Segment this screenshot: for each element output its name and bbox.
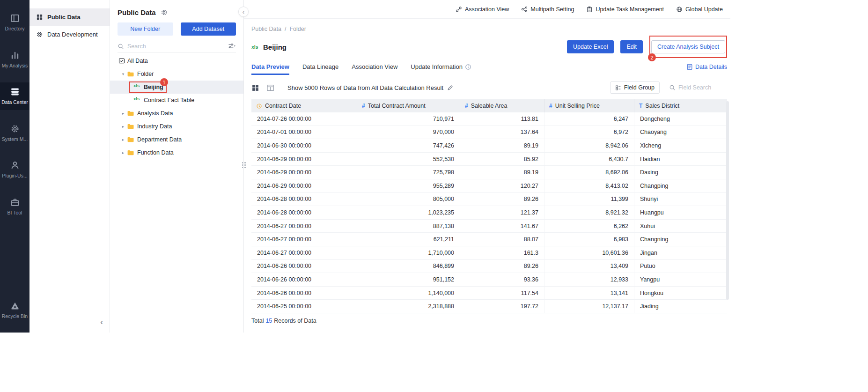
tab-association-view[interactable]: Association View	[352, 59, 397, 75]
panel-settings-gear-icon[interactable]	[161, 9, 168, 16]
field-group-label: Field Group	[624, 84, 655, 91]
rail-item-directory[interactable]: Directory	[0, 9, 29, 37]
table-cell: 887,138	[357, 220, 460, 233]
rail-item-my-analysis[interactable]: My Analysis	[0, 46, 29, 74]
table-cell: 93.36	[460, 273, 544, 286]
global-update-icon	[676, 6, 683, 13]
create-analysis-subject-button[interactable]: Create Analysis Subject	[651, 40, 725, 53]
data-development-icon	[36, 31, 43, 38]
table-cell: 1,023,235	[357, 206, 460, 219]
tree-item-industry-data[interactable]: ►Industry Data	[110, 120, 243, 133]
tree-item-label: Beijing	[144, 84, 163, 90]
breadcrumb-folder[interactable]: Folder	[289, 26, 306, 32]
tree-item-function-data[interactable]: ►Function Data	[110, 146, 243, 159]
rail-item-recycle-bin[interactable]: Recycle Bin	[0, 296, 29, 324]
number-type-icon: #	[362, 103, 365, 109]
table-cell: Yangpu	[634, 273, 727, 286]
panel-title: Public Data	[118, 8, 156, 16]
caret-down-icon[interactable]: ▼	[119, 72, 127, 76]
table-cell: 710,971	[357, 112, 460, 126]
column-header-saleable-area[interactable]: #Saleable Area	[460, 99, 544, 112]
caret-right-icon[interactable]: ►	[119, 125, 127, 129]
tree-item-beijing[interactable]: xlsBeijing	[110, 81, 243, 94]
data-details-link[interactable]: Data Details	[686, 64, 727, 70]
table-cell: 2014-06-30 00:00:00	[251, 139, 357, 152]
tree-item-all-data[interactable]: All Data	[110, 54, 243, 67]
table-view-toggle-icon[interactable]	[266, 84, 274, 92]
bi-tool-icon	[10, 198, 20, 207]
column-header-label: Unit Selling Price	[555, 103, 600, 109]
table-cell: Shunyi	[634, 193, 727, 206]
update-excel-button[interactable]: Update Excel	[567, 40, 614, 53]
search-filter-icon[interactable]	[228, 43, 236, 50]
secondary-nav: Public DataData Development ‹	[29, 0, 110, 333]
table-cell: 2014-06-26 00:00:00	[251, 287, 357, 300]
tree-item-analysis-data[interactable]: ►Analysis Data	[110, 107, 243, 120]
global-update-button[interactable]: Global Update	[676, 6, 723, 13]
edit-button[interactable]: Edit	[620, 40, 643, 53]
table-cell: 552,530	[357, 153, 460, 166]
field-search-input[interactable]	[678, 84, 727, 91]
new-folder-button[interactable]: New Folder	[118, 22, 173, 36]
sidebar-item-public-data[interactable]: Public Data	[29, 8, 110, 26]
column-header-unit-selling-price[interactable]: #Unit Selling Price	[544, 99, 634, 112]
toolbar-action-label: Multipath Setting	[530, 6, 574, 13]
table-cell: 85.92	[460, 153, 544, 166]
caret-right-icon[interactable]: ►	[119, 151, 127, 155]
breadcrumb: Public Data / Folder	[251, 26, 727, 32]
rail-item-label: Plugin-Us...	[2, 173, 27, 179]
table-cell: 8,921.32	[544, 206, 634, 219]
breadcrumb-public-data[interactable]: Public Data	[251, 26, 281, 32]
tree-item-folder[interactable]: ▼Folder	[110, 67, 243, 81]
tab-data-lineage[interactable]: Data Lineage	[302, 59, 338, 75]
table-row: 2014-06-26 00:00:00951,15293.3612,933Yan…	[251, 273, 727, 287]
tab-update-information[interactable]: Update Information	[411, 59, 471, 75]
caret-right-icon[interactable]: ►	[119, 111, 127, 116]
rail-item-plugin-us[interactable]: Plugin-Us...	[0, 156, 29, 184]
annotation-badge-1: 1	[160, 78, 168, 86]
vertical-scrollbar[interactable]	[726, 101, 729, 300]
column-header-contract-date[interactable]: Contract Date	[251, 99, 357, 112]
update-task-management-button[interactable]: Update Task Management	[586, 6, 664, 13]
tab-data-preview[interactable]: Data Preview	[251, 59, 289, 75]
clock-icon	[256, 103, 262, 109]
table-cell: 621,211	[357, 233, 460, 246]
panel-resize-handle[interactable]	[242, 162, 246, 168]
dataset-search-input[interactable]	[127, 43, 225, 50]
table-cell: Chaoyang	[634, 126, 727, 139]
tree-item-department-data[interactable]: ►Department Data	[110, 133, 243, 146]
grid-view-toggle-icon[interactable]	[251, 84, 259, 92]
multipath-setting-button[interactable]: Multipath Setting	[521, 6, 574, 13]
column-header-total-contract-amount[interactable]: #Total Contract Amount	[357, 99, 460, 112]
table-cell: Changping	[634, 179, 727, 192]
column-header-sales-district[interactable]: TSales District	[634, 99, 727, 112]
table-cell: 2014-06-27 00:00:00	[251, 246, 357, 259]
row-limit-note: Show 5000 Rows of Data from All Data Cal…	[287, 84, 443, 91]
table-row: 2014-06-28 00:00:00805,00089.2611,399Shu…	[251, 193, 727, 207]
table-cell: 13,141	[544, 287, 634, 300]
association-view-button[interactable]: Association View	[456, 6, 509, 13]
column-header-label: Total Contract Amount	[368, 103, 426, 109]
tree-item-contract-fact-table[interactable]: xlsContract Fact Table	[110, 94, 243, 107]
folder-icon	[127, 123, 134, 130]
caret-right-icon[interactable]: ►	[119, 138, 127, 142]
edit-pencil-icon[interactable]	[447, 84, 454, 91]
record-count-total-label: Total	[251, 318, 264, 324]
add-dataset-button[interactable]: Add Dataset	[181, 22, 236, 36]
table-cell: 2014-06-26 00:00:00	[251, 260, 357, 273]
collapse-secondary-nav-button[interactable]: ‹	[100, 318, 103, 326]
collapse-panel-button[interactable]: ‹	[238, 7, 249, 17]
tree-item-label: Analysis Data	[137, 110, 173, 117]
folder-icon	[127, 70, 134, 78]
field-group-button[interactable]: Field Group	[610, 81, 660, 94]
rail-item-label: BI Tool	[7, 210, 22, 216]
table-cell: 747,426	[357, 139, 460, 152]
rail-item-bi-tool[interactable]: BI Tool	[0, 193, 29, 221]
table-cell: 8,692.06	[544, 166, 634, 179]
multipath-setting-icon	[521, 6, 528, 13]
table-cell: 2014-07-26 00:00:00	[251, 112, 357, 126]
rail-item-data-center[interactable]: Data Center	[0, 82, 29, 110]
table-cell: Huangpu	[634, 206, 727, 219]
sidebar-item-data-development[interactable]: Data Development	[29, 26, 110, 43]
rail-item-system-m[interactable]: System M...	[0, 119, 29, 147]
